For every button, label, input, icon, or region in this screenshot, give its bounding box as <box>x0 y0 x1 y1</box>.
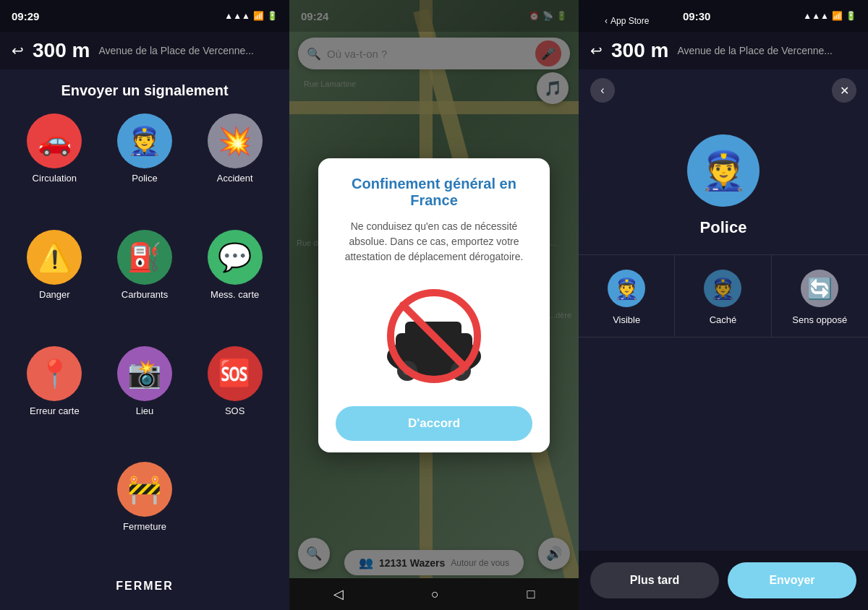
modal-overlay: Confinement général en France Ne conduis… <box>289 0 579 610</box>
grid-item-erreurcarte[interactable]: 📍 Erreur carte <box>12 340 98 452</box>
police-options-grid: 👮 Visible 👮 Caché 🔄 Sens opposé <box>579 254 868 338</box>
sos-label: SOS <box>225 405 244 416</box>
cache-icon: 👮 <box>704 270 741 307</box>
status-time-p1: 09:29 <box>12 10 39 22</box>
police-icon: 👮 <box>117 113 172 168</box>
accident-label: Accident <box>217 173 253 184</box>
report-grid: 🚗 Circulation 👮 Police 💥 Accident ⚠️ Dan… <box>0 108 289 568</box>
android-home-icon[interactable]: ○ <box>431 587 439 602</box>
police-large-icon: 👮 <box>687 134 760 207</box>
lieu-label: Lieu <box>136 405 154 416</box>
close-x-button[interactable]: ✕ <box>832 78 856 103</box>
status-time-p3: 09:30 <box>683 10 710 22</box>
nav-street-p1: Avenue de la Place de Vercenne... <box>98 45 278 56</box>
nav-bar-p1: ↩ 300 m Avenue de la Place de Vercenne..… <box>0 32 289 69</box>
status-icons-p3: ▲▲▲ 📶 🔋 <box>803 11 856 21</box>
circulation-label: Circulation <box>33 173 77 184</box>
grid-item-accident[interactable]: 💥 Accident <box>192 108 278 220</box>
sos-icon: 🆘 <box>208 346 263 401</box>
police-name-label: Police <box>700 218 747 237</box>
modal-title: Confinement général en France <box>336 176 532 209</box>
battery-icon: 🔋 <box>267 11 278 21</box>
battery-icon-p3: 🔋 <box>846 11 856 21</box>
nav-street-p3: Avenue de la Place de Vercenne... <box>677 45 856 56</box>
back-chevron-icon: ‹ <box>605 16 608 26</box>
nav-distance-p3: 300 m <box>611 39 668 62</box>
later-button[interactable]: Plus tard <box>590 562 719 598</box>
wifi-icon: 📶 <box>253 11 264 21</box>
erreurcarte-icon: 📍 <box>27 346 82 401</box>
grid-item-police[interactable]: 👮 Police <box>102 108 188 220</box>
nav-bar-p3: ↩ 300 m Avenue de la Place de Vercenne..… <box>579 32 868 69</box>
status-icons-p1: ▲▲▲ 📶 🔋 <box>224 11 278 21</box>
grid-item-messcarte[interactable]: 💬 Mess. carte <box>192 224 278 336</box>
carburants-icon: ⛽ <box>117 230 172 285</box>
sheet-title: Envoyer un signalement <box>0 69 289 108</box>
messcarte-label: Mess. carte <box>210 289 259 300</box>
send-button[interactable]: Envoyer <box>728 562 856 598</box>
grid-item-circulation[interactable]: 🚗 Circulation <box>12 108 98 220</box>
modal-card: Confinement général en France Ne conduis… <box>318 158 550 452</box>
police-detail-section: 👮 Police <box>579 111 868 254</box>
option-cache[interactable]: 👮 Caché <box>675 255 771 338</box>
grid-item-sos[interactable]: 🆘 SOS <box>192 340 278 452</box>
accident-icon: 💥 <box>208 113 263 168</box>
fermeture-icon: 🚧 <box>117 462 172 517</box>
modal-text: Ne conduisez qu'en cas de nécessité abso… <box>336 219 532 265</box>
android-recents-icon[interactable]: □ <box>527 587 535 602</box>
nav-distance-p1: 300 m <box>33 39 90 62</box>
app-store-link-p3[interactable]: ‹ App Store <box>605 16 649 26</box>
danger-label: Danger <box>39 289 70 300</box>
grid-item-carburants[interactable]: ⛽ Carburants <box>102 224 188 336</box>
bottom-actions: Plus tard Envoyer <box>579 551 868 610</box>
visible-icon: 👮 <box>608 270 645 307</box>
modal-ok-button[interactable]: D'accord <box>336 406 532 441</box>
cache-label: Caché <box>710 314 737 325</box>
turn-arrow-icon: ↩ <box>12 42 24 59</box>
visible-label: Visible <box>613 314 640 325</box>
detail-controls: ‹ ✕ <box>579 69 868 111</box>
app-store-label: App Store <box>610 16 649 26</box>
messcarte-icon: 💬 <box>208 230 263 285</box>
fermeture-label: Fermeture <box>123 521 166 532</box>
signal-icon-p3: ▲▲▲ <box>803 11 829 21</box>
wifi-icon-p3: 📶 <box>832 11 843 21</box>
android-back-icon[interactable]: ◁ <box>333 586 344 602</box>
close-button[interactable]: FERMER <box>0 568 289 610</box>
grid-item-danger[interactable]: ⚠️ Danger <box>12 224 98 336</box>
grid-item-fermeture[interactable]: 🚧 Fermeture <box>102 456 188 568</box>
carburants-label: Carburants <box>122 289 168 300</box>
android-nav-bar: ◁ ○ □ <box>289 578 579 610</box>
option-sens-oppose[interactable]: 🔄 Sens opposé <box>772 255 868 338</box>
panel-map: Rue Lamartine Rue des... ...dère Ru... 0… <box>289 0 579 610</box>
option-visible[interactable]: 👮 Visible <box>579 255 675 338</box>
grid-item-lieu[interactable]: 📸 Lieu <box>102 340 188 452</box>
lieu-icon: 📸 <box>117 346 172 401</box>
sensoppose-icon: 🔄 <box>801 270 838 307</box>
back-button[interactable]: ‹ <box>590 78 615 103</box>
danger-icon: ⚠️ <box>27 230 82 285</box>
panel-police-detail: ‹ App Store 09:30 ▲▲▲ 📶 🔋 ↩ 300 m Avenue… <box>579 0 868 610</box>
police-label: Police <box>132 173 157 184</box>
circulation-icon: 🚗 <box>27 113 82 168</box>
status-bar-p1: 09:29 ▲▲▲ 📶 🔋 <box>0 0 289 32</box>
sensoppose-label: Sens opposé <box>792 314 847 325</box>
status-bar-p3: ‹ App Store 09:30 ▲▲▲ 📶 🔋 <box>579 0 868 32</box>
erreurcarte-label: Erreur carte <box>30 405 80 416</box>
turn-arrow-icon-p3: ↩ <box>590 42 603 59</box>
signal-icon: ▲▲▲ <box>224 11 250 21</box>
no-car-illustration <box>362 279 506 395</box>
panel-report: 09:29 ▲▲▲ 📶 🔋 ↩ 300 m Avenue de la Place… <box>0 0 289 610</box>
